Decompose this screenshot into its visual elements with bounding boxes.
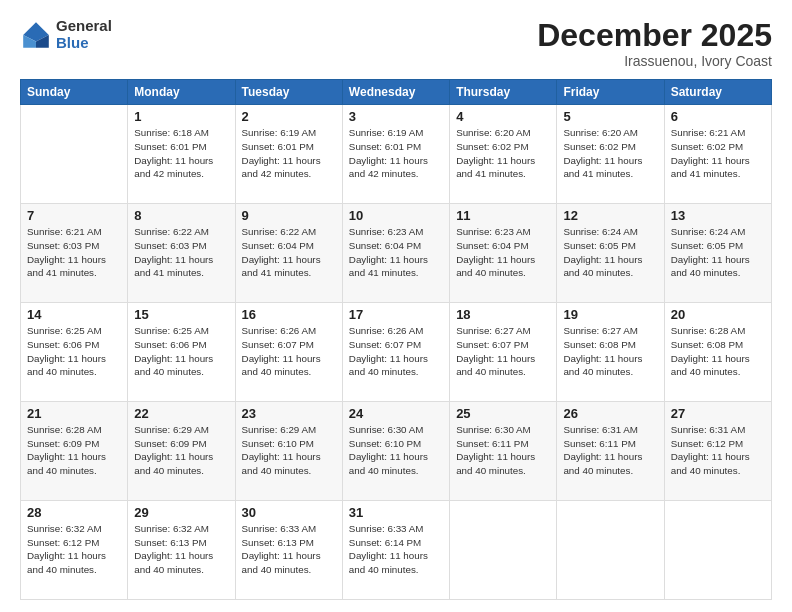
day-info: Sunrise: 6:33 AMSunset: 6:14 PMDaylight:… <box>349 522 443 577</box>
day-info: Sunrise: 6:30 AMSunset: 6:10 PMDaylight:… <box>349 423 443 478</box>
day-number: 7 <box>27 208 121 223</box>
col-header-monday: Monday <box>128 80 235 105</box>
month-title: December 2025 <box>537 18 772 53</box>
calendar-cell: 3Sunrise: 6:19 AMSunset: 6:01 PMDaylight… <box>342 105 449 204</box>
day-number: 26 <box>563 406 657 421</box>
day-number: 14 <box>27 307 121 322</box>
day-info: Sunrise: 6:31 AMSunset: 6:12 PMDaylight:… <box>671 423 765 478</box>
day-info: Sunrise: 6:18 AMSunset: 6:01 PMDaylight:… <box>134 126 228 181</box>
day-info: Sunrise: 6:28 AMSunset: 6:09 PMDaylight:… <box>27 423 121 478</box>
day-number: 21 <box>27 406 121 421</box>
calendar-cell: 13Sunrise: 6:24 AMSunset: 6:05 PMDayligh… <box>664 204 771 303</box>
calendar-table: SundayMondayTuesdayWednesdayThursdayFrid… <box>20 79 772 600</box>
day-info: Sunrise: 6:25 AMSunset: 6:06 PMDaylight:… <box>134 324 228 379</box>
calendar-cell: 1Sunrise: 6:18 AMSunset: 6:01 PMDaylight… <box>128 105 235 204</box>
day-info: Sunrise: 6:21 AMSunset: 6:02 PMDaylight:… <box>671 126 765 181</box>
col-header-friday: Friday <box>557 80 664 105</box>
calendar-cell: 18Sunrise: 6:27 AMSunset: 6:07 PMDayligh… <box>450 303 557 402</box>
col-header-sunday: Sunday <box>21 80 128 105</box>
day-info: Sunrise: 6:25 AMSunset: 6:06 PMDaylight:… <box>27 324 121 379</box>
day-number: 15 <box>134 307 228 322</box>
day-number: 10 <box>349 208 443 223</box>
day-info: Sunrise: 6:20 AMSunset: 6:02 PMDaylight:… <box>456 126 550 181</box>
col-header-tuesday: Tuesday <box>235 80 342 105</box>
day-info: Sunrise: 6:29 AMSunset: 6:10 PMDaylight:… <box>242 423 336 478</box>
location-subtitle: Irassuenou, Ivory Coast <box>537 53 772 69</box>
calendar-cell: 4Sunrise: 6:20 AMSunset: 6:02 PMDaylight… <box>450 105 557 204</box>
day-info: Sunrise: 6:32 AMSunset: 6:12 PMDaylight:… <box>27 522 121 577</box>
day-info: Sunrise: 6:27 AMSunset: 6:07 PMDaylight:… <box>456 324 550 379</box>
page: General Blue December 2025 Irassuenou, I… <box>0 0 792 612</box>
calendar-cell: 31Sunrise: 6:33 AMSunset: 6:14 PMDayligh… <box>342 501 449 600</box>
day-number: 2 <box>242 109 336 124</box>
calendar-cell: 29Sunrise: 6:32 AMSunset: 6:13 PMDayligh… <box>128 501 235 600</box>
day-info: Sunrise: 6:26 AMSunset: 6:07 PMDaylight:… <box>349 324 443 379</box>
calendar-cell: 23Sunrise: 6:29 AMSunset: 6:10 PMDayligh… <box>235 402 342 501</box>
calendar-cell <box>21 105 128 204</box>
day-number: 18 <box>456 307 550 322</box>
calendar-cell: 8Sunrise: 6:22 AMSunset: 6:03 PMDaylight… <box>128 204 235 303</box>
calendar-cell: 19Sunrise: 6:27 AMSunset: 6:08 PMDayligh… <box>557 303 664 402</box>
day-info: Sunrise: 6:26 AMSunset: 6:07 PMDaylight:… <box>242 324 336 379</box>
calendar-cell: 25Sunrise: 6:30 AMSunset: 6:11 PMDayligh… <box>450 402 557 501</box>
calendar-cell <box>664 501 771 600</box>
day-number: 1 <box>134 109 228 124</box>
calendar-cell: 27Sunrise: 6:31 AMSunset: 6:12 PMDayligh… <box>664 402 771 501</box>
logo-icon <box>20 19 52 51</box>
day-info: Sunrise: 6:19 AMSunset: 6:01 PMDaylight:… <box>242 126 336 181</box>
calendar-cell: 15Sunrise: 6:25 AMSunset: 6:06 PMDayligh… <box>128 303 235 402</box>
day-number: 12 <box>563 208 657 223</box>
day-number: 24 <box>349 406 443 421</box>
calendar-cell: 5Sunrise: 6:20 AMSunset: 6:02 PMDaylight… <box>557 105 664 204</box>
calendar-cell: 21Sunrise: 6:28 AMSunset: 6:09 PMDayligh… <box>21 402 128 501</box>
day-number: 17 <box>349 307 443 322</box>
col-header-thursday: Thursday <box>450 80 557 105</box>
calendar-cell: 7Sunrise: 6:21 AMSunset: 6:03 PMDaylight… <box>21 204 128 303</box>
day-info: Sunrise: 6:28 AMSunset: 6:08 PMDaylight:… <box>671 324 765 379</box>
day-number: 29 <box>134 505 228 520</box>
day-number: 3 <box>349 109 443 124</box>
day-number: 5 <box>563 109 657 124</box>
day-info: Sunrise: 6:32 AMSunset: 6:13 PMDaylight:… <box>134 522 228 577</box>
calendar-cell <box>450 501 557 600</box>
day-number: 19 <box>563 307 657 322</box>
calendar-cell: 22Sunrise: 6:29 AMSunset: 6:09 PMDayligh… <box>128 402 235 501</box>
day-number: 27 <box>671 406 765 421</box>
day-number: 20 <box>671 307 765 322</box>
day-info: Sunrise: 6:24 AMSunset: 6:05 PMDaylight:… <box>563 225 657 280</box>
day-info: Sunrise: 6:22 AMSunset: 6:04 PMDaylight:… <box>242 225 336 280</box>
day-number: 11 <box>456 208 550 223</box>
calendar-cell: 2Sunrise: 6:19 AMSunset: 6:01 PMDaylight… <box>235 105 342 204</box>
logo-text: General Blue <box>56 18 112 51</box>
calendar-cell: 30Sunrise: 6:33 AMSunset: 6:13 PMDayligh… <box>235 501 342 600</box>
logo-blue: Blue <box>56 35 112 52</box>
calendar-cell: 9Sunrise: 6:22 AMSunset: 6:04 PMDaylight… <box>235 204 342 303</box>
logo-general: General <box>56 18 112 35</box>
title-block: December 2025 Irassuenou, Ivory Coast <box>537 18 772 69</box>
calendar-cell: 14Sunrise: 6:25 AMSunset: 6:06 PMDayligh… <box>21 303 128 402</box>
day-info: Sunrise: 6:23 AMSunset: 6:04 PMDaylight:… <box>349 225 443 280</box>
day-info: Sunrise: 6:20 AMSunset: 6:02 PMDaylight:… <box>563 126 657 181</box>
col-header-wednesday: Wednesday <box>342 80 449 105</box>
calendar-cell: 24Sunrise: 6:30 AMSunset: 6:10 PMDayligh… <box>342 402 449 501</box>
calendar-cell: 10Sunrise: 6:23 AMSunset: 6:04 PMDayligh… <box>342 204 449 303</box>
day-number: 31 <box>349 505 443 520</box>
calendar-cell: 28Sunrise: 6:32 AMSunset: 6:12 PMDayligh… <box>21 501 128 600</box>
day-info: Sunrise: 6:27 AMSunset: 6:08 PMDaylight:… <box>563 324 657 379</box>
calendar-cell: 6Sunrise: 6:21 AMSunset: 6:02 PMDaylight… <box>664 105 771 204</box>
calendar-cell: 12Sunrise: 6:24 AMSunset: 6:05 PMDayligh… <box>557 204 664 303</box>
day-number: 30 <box>242 505 336 520</box>
header: General Blue December 2025 Irassuenou, I… <box>20 18 772 69</box>
day-number: 22 <box>134 406 228 421</box>
day-info: Sunrise: 6:24 AMSunset: 6:05 PMDaylight:… <box>671 225 765 280</box>
day-number: 23 <box>242 406 336 421</box>
calendar-cell: 26Sunrise: 6:31 AMSunset: 6:11 PMDayligh… <box>557 402 664 501</box>
day-info: Sunrise: 6:30 AMSunset: 6:11 PMDaylight:… <box>456 423 550 478</box>
logo: General Blue <box>20 18 112 51</box>
calendar-cell <box>557 501 664 600</box>
day-number: 4 <box>456 109 550 124</box>
calendar-cell: 16Sunrise: 6:26 AMSunset: 6:07 PMDayligh… <box>235 303 342 402</box>
day-info: Sunrise: 6:23 AMSunset: 6:04 PMDaylight:… <box>456 225 550 280</box>
day-info: Sunrise: 6:21 AMSunset: 6:03 PMDaylight:… <box>27 225 121 280</box>
day-info: Sunrise: 6:29 AMSunset: 6:09 PMDaylight:… <box>134 423 228 478</box>
